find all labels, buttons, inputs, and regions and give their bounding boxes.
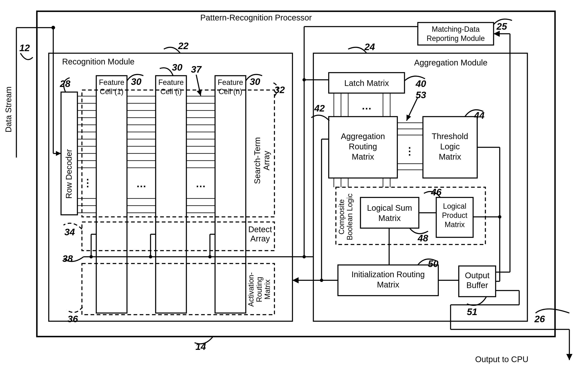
output-buffer-l1: Output <box>465 271 489 280</box>
feature-gap-1-dots: … <box>136 178 147 190</box>
svg-point-46 <box>89 255 93 258</box>
ref-28: 28 <box>60 78 70 89</box>
output-to-cpu-label: Output to CPU <box>475 355 528 364</box>
svg-point-80 <box>498 215 501 218</box>
ref-37: 37 <box>191 64 202 75</box>
ref-34: 34 <box>64 227 75 237</box>
ref-22: 22 <box>178 40 189 51</box>
ref-50: 50 <box>428 258 439 269</box>
ref-12: 12 <box>19 42 30 53</box>
feature-cell-n-box <box>215 76 246 313</box>
ref-24: 24 <box>364 41 375 52</box>
activation-routing-l1: Activation- <box>247 272 255 307</box>
logical-sum-box <box>360 197 419 228</box>
ref-48: 48 <box>417 233 428 244</box>
feature-cell-1-l1: Feature <box>99 78 124 87</box>
ref-25: 25 <box>496 21 507 32</box>
feature-cell-n-l2: Cell (n) <box>219 87 242 96</box>
aggregation-routing-l1: Aggregation <box>341 132 385 141</box>
logical-product-l3: Matrix <box>445 220 465 229</box>
row-decoder-dots: ⋮ <box>83 177 93 189</box>
lead-12 <box>21 53 33 59</box>
initialization-routing-l1: Initialization Routing <box>352 270 425 279</box>
activation-routing-l2: Routing <box>255 277 263 302</box>
feature-cell-n-l1: Feature <box>218 78 243 87</box>
ref-30a: 30 <box>131 76 142 87</box>
matching-module-l1: Matching-Data <box>432 25 480 33</box>
feature-gap-2-dots: … <box>196 178 206 190</box>
ref-38: 38 <box>62 253 73 264</box>
detect-array-l2: Array <box>250 234 270 243</box>
feature-cell-1-box <box>96 76 127 313</box>
threshold-logic-l3: Matrix <box>439 152 461 161</box>
svg-point-43 <box>302 78 306 81</box>
ref-51: 51 <box>467 306 477 317</box>
ref-36: 36 <box>67 314 78 324</box>
initialization-routing-l2: Matrix <box>377 280 399 289</box>
processor-title: Pattern-Recognition Processor <box>200 13 312 22</box>
svg-marker-92 <box>566 354 572 360</box>
svg-text:…: … <box>361 100 372 112</box>
svg-point-49 <box>149 255 152 258</box>
logical-sum-l1: Logical Sum <box>367 203 412 212</box>
latch-matrix-label: Latch Matrix <box>344 78 389 88</box>
search-term-array-l2: Array <box>262 151 271 171</box>
aggregation-routing-l2: Routing <box>349 142 377 151</box>
composite-boolean-l2: Boolean Logic <box>345 193 354 240</box>
search-term-array-l1: Search-Term <box>253 137 262 184</box>
ref-40: 40 <box>415 78 426 89</box>
aggregation-module-label: Aggregation Module <box>414 58 487 67</box>
aggregation-routing-l3: Matrix <box>352 152 374 161</box>
data-stream-label: Data Stream <box>4 87 13 133</box>
feature-cell-i-box <box>156 76 186 313</box>
ref-30b: 30 <box>172 62 183 73</box>
ref-42: 42 <box>314 103 325 114</box>
ref-44: 44 <box>474 110 484 121</box>
feature-cell-1-l2: Cell (1) <box>100 87 124 96</box>
threshold-logic-l2: Logic <box>440 142 460 151</box>
row-decoder-label: Row Decoder <box>64 149 73 199</box>
composite-boolean-l1: Composite <box>337 199 346 234</box>
svg-point-98 <box>51 26 55 29</box>
svg-text:⋮: ⋮ <box>404 145 415 157</box>
ref-30c: 30 <box>250 76 260 87</box>
ref-14: 14 <box>195 341 206 352</box>
ref-26: 26 <box>534 314 545 324</box>
feature-cell-i-l2: Cell (i) <box>160 87 182 96</box>
matching-module-l2: Reporting Module <box>427 34 485 42</box>
feature-cell-i-l1: Feature <box>158 78 184 87</box>
logical-product-l1: Logical <box>443 202 466 210</box>
ref-53: 53 <box>416 90 426 100</box>
detect-array-l1: Detect <box>248 225 272 234</box>
logical-product-l2: Product <box>442 211 467 220</box>
threshold-logic-l1: Threshold <box>432 132 468 141</box>
diagram-svg: Pattern-Recognition Processor Matching-D… <box>0 0 588 383</box>
ref-32: 32 <box>274 84 285 95</box>
logical-sum-l2: Matrix <box>378 214 401 223</box>
recognition-module-label: Recognition Module <box>62 57 135 66</box>
activation-routing-l3: Matrix <box>263 279 272 300</box>
output-buffer-l2: Buffer <box>466 281 488 290</box>
svg-point-52 <box>208 255 211 258</box>
ref-46: 46 <box>431 187 441 197</box>
